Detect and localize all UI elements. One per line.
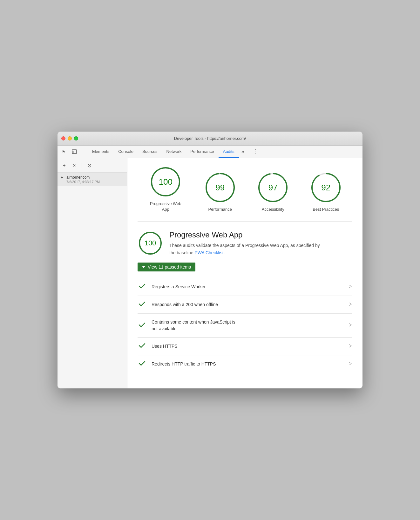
pwa-section: 100 Progressive Web App These audits val…	[138, 230, 352, 373]
devtools-window: Developer Tools - https://airhorner.com/…	[58, 132, 362, 388]
pwa-checklist-link[interactable]: PWA Checklist	[194, 250, 223, 255]
sidebar-toolbar-sep	[82, 163, 82, 168]
tab-more-button[interactable]: »	[239, 145, 247, 158]
audit-label-https: Uses HTTPS	[152, 343, 345, 350]
sidebar-add-button[interactable]: +	[61, 162, 68, 169]
maximize-window-button[interactable]	[74, 136, 78, 140]
tab-kebab-button[interactable]: ⋮	[251, 145, 261, 158]
sidebar-toolbar: + × ⊘	[58, 161, 127, 173]
audit-item-https[interactable]: Uses HTTPS	[138, 338, 352, 355]
audit-check-no-js	[138, 322, 146, 329]
score-pwa-value: 100	[159, 177, 173, 187]
score-pwa-circle: 100	[150, 166, 181, 198]
score-performance-circle: 99	[204, 172, 236, 203]
score-pwa: 100 Progressive Web App	[148, 166, 183, 212]
pwa-header: 100 Progressive Web App These audits val…	[138, 230, 352, 256]
view-passed-label: View 11 passed items	[148, 264, 191, 270]
score-best-practices-circle: 92	[310, 172, 342, 203]
cursor-icon[interactable]	[60, 147, 68, 156]
score-accessibility: 97 Accessibility	[257, 172, 289, 212]
audit-item-offline-200[interactable]: Responds with a 200 when offline	[138, 296, 352, 314]
audit-check-http-redirect	[138, 360, 146, 368]
audit-check-https	[138, 343, 146, 350]
pwa-info: Progressive Web App These audits validat…	[169, 230, 322, 256]
svg-rect-1	[72, 151, 74, 154]
view-passed-button[interactable]: View 11 passed items	[138, 263, 195, 271]
content-area: 100 Progressive Web App 99 Performance	[127, 158, 362, 388]
scores-row: 100 Progressive Web App 99 Performance	[138, 166, 352, 222]
tab-network[interactable]: Network	[162, 145, 186, 158]
dock-icon[interactable]	[70, 147, 78, 156]
score-best-practices: 92 Best Practices	[310, 172, 342, 212]
window-title: Developer Tools - https://airhorner.com/	[174, 136, 246, 141]
audit-check-offline-200	[138, 301, 146, 308]
score-performance-label: Performance	[208, 207, 232, 212]
sidebar-block-button[interactable]: ⊘	[86, 162, 93, 169]
score-performance: 99 Performance	[204, 172, 236, 212]
titlebar: Developer Tools - https://airhorner.com/	[58, 132, 362, 146]
tabbar-separator	[85, 148, 85, 155]
window-buttons	[61, 136, 78, 140]
sidebar: + × ⊘ ▶ airhorner.com 7/6/2017, 4:33:17 …	[58, 158, 127, 388]
audit-label-no-js: Contains some content when JavaScript is…	[152, 319, 345, 332]
audit-chevron-http-redirect	[349, 361, 352, 367]
pwa-detail-circle: 100	[138, 230, 163, 256]
score-accessibility-value: 97	[268, 183, 278, 193]
audit-list: Registers a Service Worker	[138, 278, 352, 373]
score-best-practices-value: 92	[321, 183, 330, 193]
audit-chevron-offline-200	[349, 302, 352, 308]
audit-check-service-worker	[138, 283, 146, 291]
audit-chevron-service-worker	[349, 284, 352, 290]
audit-chevron-no-js	[349, 322, 352, 329]
score-best-practices-label: Best Practices	[313, 207, 339, 212]
tab-console[interactable]: Console	[114, 145, 138, 158]
main-layout: + × ⊘ ▶ airhorner.com 7/6/2017, 4:33:17 …	[58, 158, 362, 388]
pwa-description: These audits validate the aspects of a P…	[169, 242, 322, 256]
tabbar-icons	[60, 147, 78, 156]
pwa-detail-score: 100	[145, 239, 156, 247]
audit-label-http-redirect: Redirects HTTP traffic to HTTPS	[152, 361, 345, 367]
audit-chevron-https	[349, 343, 352, 350]
tabbar: Elements Console Sources Network Perform…	[58, 146, 362, 158]
minimize-window-button[interactable]	[68, 136, 72, 140]
audit-item-service-worker[interactable]: Registers a Service Worker	[138, 278, 352, 296]
score-pwa-label: Progressive Web App	[148, 201, 183, 212]
sidebar-item-title: airhorner.com	[66, 175, 100, 180]
sidebar-item-subtitle: 7/6/2017, 4:33:17 PM	[66, 180, 100, 184]
pwa-title: Progressive Web App	[169, 230, 322, 239]
sidebar-arrow-icon: ▶	[61, 175, 65, 180]
sidebar-close-button[interactable]: ×	[71, 162, 78, 169]
score-accessibility-circle: 97	[257, 172, 289, 203]
arrow-down-icon	[142, 266, 145, 268]
audit-label-offline-200: Responds with a 200 when offline	[152, 301, 345, 308]
sidebar-audit-item[interactable]: ▶ airhorner.com 7/6/2017, 4:33:17 PM	[58, 173, 127, 186]
tab-audits[interactable]: Audits	[219, 145, 239, 158]
score-performance-value: 99	[215, 183, 225, 193]
tab-divider	[249, 148, 249, 155]
tab-performance[interactable]: Performance	[186, 145, 218, 158]
close-window-button[interactable]	[61, 136, 65, 140]
tab-sources[interactable]: Sources	[138, 145, 162, 158]
audit-label-service-worker: Registers a Service Worker	[152, 284, 345, 290]
score-accessibility-label: Accessibility	[262, 207, 284, 212]
tab-elements[interactable]: Elements	[88, 145, 114, 158]
audit-item-no-js[interactable]: Contains some content when JavaScript is…	[138, 314, 352, 338]
audit-item-http-redirect[interactable]: Redirects HTTP traffic to HTTPS	[138, 355, 352, 373]
